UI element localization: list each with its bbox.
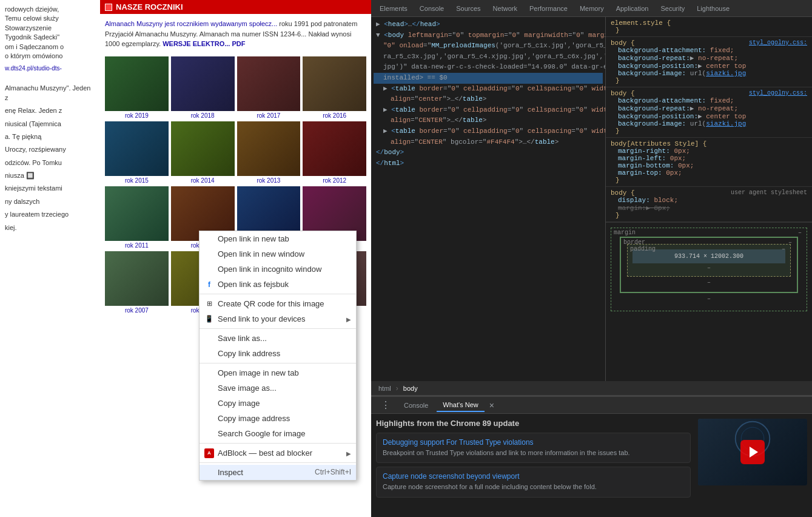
feature-desc-screenshot: Capture node screenshot for a full node … xyxy=(383,482,684,492)
tab-application[interactable]: Application xyxy=(610,2,655,15)
css-prop2-bg-img: background-image: url(siazki.jpg xyxy=(618,120,807,127)
context-save-link-as[interactable]: Save link as... xyxy=(200,331,356,346)
tab-bottom-whatsnew[interactable]: What's New xyxy=(437,399,484,412)
body-selector-2: body { xyxy=(611,90,635,97)
play-button[interactable] xyxy=(740,440,765,464)
breadcrumb-body[interactable]: body xyxy=(401,384,420,393)
book-2012[interactable]: rok 2012 xyxy=(303,121,366,184)
create-qr-label: Create QR code for this image xyxy=(218,299,324,308)
video-bg xyxy=(698,419,807,485)
padding-dash: – xyxy=(782,246,785,252)
context-create-qr[interactable]: ⊞ Create QR code for this image xyxy=(200,296,356,311)
devtools-bottom-tabs: ⋮ Console What's New × xyxy=(371,397,812,414)
context-save-image-as[interactable]: Save image as... xyxy=(200,380,356,396)
context-search-google-image[interactable]: Search Google for image xyxy=(200,426,356,441)
pdf-link[interactable]: WERSJE ELEKTRO... PDF xyxy=(163,40,245,47)
tab-performance[interactable]: Performance xyxy=(523,2,574,15)
devtools-menu-dots[interactable]: ⋮ xyxy=(376,397,395,413)
body-rule-1-source[interactable]: styl_ogolny.css: xyxy=(749,39,807,47)
context-menu: Open link in new tab Open link in new wi… xyxy=(199,231,357,481)
book-2016[interactable]: rok 2016 xyxy=(303,56,366,119)
book-2018[interactable]: rok 2018 xyxy=(171,56,235,119)
context-open-new-window[interactable]: Open link in new window xyxy=(200,246,356,262)
tab-lighthouse[interactable]: Lighthouse xyxy=(691,2,736,15)
devtools-panel: Elements Console Sources Network Perform… xyxy=(371,0,812,517)
devtools-toolbar: Elements Console Sources Network Perform… xyxy=(371,0,812,17)
html-line-onload1: "0" onload="MM_preloadImages('gora_r5_c1… xyxy=(374,41,603,52)
feature-card-trusted-type[interactable]: Debugging support For Trusted Type viola… xyxy=(376,433,691,463)
book-2019[interactable]: rok 2019 xyxy=(105,56,169,119)
tab-network[interactable]: Network xyxy=(487,2,523,15)
book-2017[interactable]: rok 2017 xyxy=(237,56,301,119)
body-rule-2-source[interactable]: styl_ogolny.css: xyxy=(749,90,807,97)
book-2007[interactable]: rok 2007 xyxy=(105,251,169,314)
body-attrs-header: body[Attributes Style] { xyxy=(611,140,807,147)
context-copy-image-address[interactable]: Copy image address xyxy=(200,411,356,426)
whats-new-header: Highlights from the Chrome 89 update xyxy=(376,419,691,428)
body-rule-2-props: background-attachment: fixed; background… xyxy=(611,97,807,127)
book-cover-2015 xyxy=(105,121,169,176)
tab-console[interactable]: Console xyxy=(414,2,450,15)
sidebar-link[interactable]: w.dts24.pl/studio-dts- xyxy=(5,65,62,72)
html-line-table1b: align="center">…</table> xyxy=(374,94,603,105)
context-open-image-tab[interactable]: Open image in new tab xyxy=(200,365,356,380)
book-year-2007: rok 2007 xyxy=(125,307,149,314)
css-panel[interactable]: element.style { } body { styl_ogolny.css… xyxy=(606,17,812,381)
site-description: Almanach Muszyny jest rocznikiem wydawan… xyxy=(100,14,371,54)
context-open-new-tab[interactable]: Open link in new tab xyxy=(200,231,356,246)
book-year-2018: rok 2018 xyxy=(191,112,215,119)
body-attrs-section: body[Attributes Style] { margin-right: 0… xyxy=(606,138,812,187)
breadcrumb-html[interactable]: html xyxy=(376,384,394,393)
left-sidebar: rodowych dziejów,Temu celowi służyStowar… xyxy=(0,0,100,517)
html-line-table3b: align="CENTER" bgcolor="#F4F4F4">…</tabl… xyxy=(374,137,603,148)
feature-card-screenshot[interactable]: Capture node screenshot beyond viewport … xyxy=(376,467,691,497)
tab-elements[interactable]: Elements xyxy=(374,2,414,15)
save-image-as-label: Save image as... xyxy=(218,384,277,393)
book-year-2016: rok 2016 xyxy=(323,112,346,119)
tab-bottom-console[interactable]: Console xyxy=(398,399,434,411)
context-copy-image[interactable]: Copy image xyxy=(200,396,356,411)
box-model-container: margin – border – padding – xyxy=(606,222,812,316)
context-send-link[interactable]: 📱 Send link to your devices ▶ xyxy=(200,311,356,326)
html-panel[interactable]: ▶ <head>…</head> ▼ <body leftmargin="0" … xyxy=(371,17,606,381)
html-line-head: ▶ <head>…</head> xyxy=(374,19,603,30)
inspect-shortcut: Ctrl+Shift+I xyxy=(315,468,351,477)
book-2011[interactable]: rok 2011 xyxy=(105,186,169,249)
open-incognito-label: Open link in incognito window xyxy=(218,265,321,274)
book-2014[interactable]: rok 2014 xyxy=(171,121,235,184)
almanach-link[interactable]: Almanach Muszyny jest rocznikiem wydawan… xyxy=(105,20,277,27)
adblock-icon: A xyxy=(204,448,214,458)
separator-2 xyxy=(200,328,356,329)
body-ua-close: } xyxy=(611,212,807,219)
tab-sources[interactable]: Sources xyxy=(450,2,486,15)
close-bottom-panel[interactable]: × xyxy=(487,399,497,411)
book-year-2017: rok 2017 xyxy=(257,112,280,119)
context-open-incognito[interactable]: Open link in incognito window xyxy=(200,262,356,277)
submenu-arrow-adblock: ▶ xyxy=(346,450,351,456)
context-adblock[interactable]: A AdBlock — best ad blocker ▶ xyxy=(200,445,356,461)
html-line-body: ▼ <body leftmargin="0" topmargin="0" mar… xyxy=(374,30,603,41)
book-2015[interactable]: rok 2015 xyxy=(105,121,169,184)
context-inspect[interactable]: Inspect Ctrl+Shift+I xyxy=(200,465,356,480)
context-copy-link[interactable]: Copy link address xyxy=(200,346,356,361)
tab-security[interactable]: Security xyxy=(654,2,691,15)
fejsbuk-icon: f xyxy=(204,280,214,289)
body-ua-props: display: block; margin:▶ 8px; xyxy=(611,197,807,212)
book-year-2015: rok 2015 xyxy=(125,177,149,184)
breadcrumb-bar: html › body xyxy=(371,381,812,396)
video-thumbnail[interactable] xyxy=(698,419,807,485)
book-2013[interactable]: rok 2013 xyxy=(237,121,301,184)
book-year-2013: rok 2013 xyxy=(257,177,280,184)
html-line-table2b: align="CENTER">…</table> xyxy=(374,115,603,126)
context-open-fejsbuk[interactable]: f Open link as fejsbuk xyxy=(200,277,356,292)
css-margin-right: margin-right: 0px; xyxy=(618,147,807,155)
tab-memory[interactable]: Memory xyxy=(574,2,610,15)
element-style-close: } xyxy=(611,27,807,34)
separator-1 xyxy=(200,294,356,294)
book-cover-2013 xyxy=(237,121,301,176)
html-line-html-close: </html> xyxy=(374,158,603,169)
padding-label: padding xyxy=(630,246,656,252)
open-new-window-label: Open link in new window xyxy=(218,249,304,258)
html-line-body-close: </body> xyxy=(374,147,603,158)
submenu-arrow-send: ▶ xyxy=(346,316,351,322)
